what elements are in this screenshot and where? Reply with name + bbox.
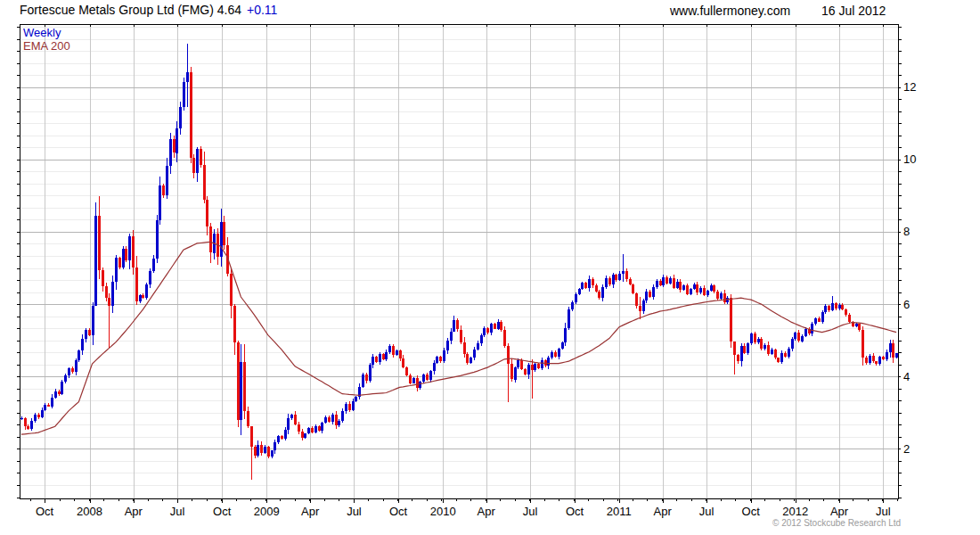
candle (190, 67, 192, 163)
candle (652, 284, 655, 300)
candle (203, 152, 206, 204)
candle (514, 366, 517, 383)
candle (848, 313, 851, 324)
candle (743, 343, 746, 354)
candle (186, 44, 189, 107)
candle (216, 228, 219, 265)
candle (639, 297, 641, 319)
candle (230, 268, 233, 318)
candle (362, 373, 364, 388)
candle (632, 284, 634, 295)
x-axis-label: Apr (301, 505, 320, 518)
candle (34, 413, 37, 423)
candle (713, 284, 715, 293)
x-axis-label: Jul (523, 505, 538, 518)
candle (869, 354, 871, 365)
candle (818, 317, 821, 322)
candle (156, 215, 159, 263)
candle (274, 440, 276, 454)
candle (510, 358, 513, 382)
candle (622, 254, 625, 282)
candle (561, 342, 564, 350)
x-axis-label: Apr (830, 505, 849, 518)
candle (878, 356, 881, 366)
candle (693, 283, 696, 290)
x-axis-label: 2008 (77, 505, 102, 518)
candle (460, 325, 462, 345)
candle (777, 358, 780, 363)
candle (477, 341, 479, 350)
candle (379, 352, 381, 364)
candle (243, 344, 246, 419)
candle (396, 350, 398, 356)
axis-ticks (17, 24, 902, 503)
candle (716, 290, 719, 300)
x-axis-label: 2009 (254, 505, 280, 518)
grid-minor (20, 28, 898, 498)
candle (81, 334, 84, 356)
candle (845, 309, 847, 316)
candle (405, 366, 408, 377)
candle (872, 353, 875, 363)
candle (858, 324, 861, 332)
candle (568, 307, 570, 330)
candle (527, 363, 530, 379)
candle (37, 413, 40, 419)
y-axis-label: 10 (903, 152, 916, 166)
candle (824, 304, 827, 314)
candle (429, 370, 432, 383)
candle (490, 323, 493, 334)
candle (828, 305, 830, 312)
candle (645, 289, 648, 303)
candle (173, 136, 176, 159)
y-axis-label: 4 (903, 370, 910, 383)
candle (814, 317, 817, 325)
candle (760, 337, 763, 350)
price-chart: 24681012Oct2008AprJulOct2009AprJulOct201… (0, 0, 980, 535)
candle (551, 350, 553, 359)
candle (791, 337, 794, 351)
candle (382, 353, 385, 360)
candle (169, 133, 172, 174)
candle (328, 416, 331, 423)
candle (419, 381, 421, 390)
candle (369, 363, 372, 383)
candle (115, 255, 118, 290)
candle (767, 342, 770, 357)
candle (470, 357, 472, 364)
candle (649, 290, 651, 298)
candle (439, 356, 442, 364)
x-axis-label: Oct (36, 505, 54, 518)
candle (47, 403, 50, 407)
candle (125, 246, 127, 262)
candle (392, 344, 395, 358)
candle (797, 330, 800, 343)
candle (290, 414, 293, 420)
candle (750, 333, 753, 345)
candle (703, 285, 706, 296)
candles-group (20, 44, 898, 480)
candle (503, 326, 506, 348)
candle (284, 427, 287, 441)
candle (754, 332, 756, 344)
candle (254, 445, 257, 458)
candle (483, 326, 486, 337)
y-axis-label: 12 (903, 80, 916, 94)
candle (480, 333, 483, 347)
candle (375, 356, 378, 364)
candle (642, 299, 645, 314)
chart-legend: Weekly EMA 200 (23, 26, 70, 53)
candle (764, 343, 766, 350)
candle (659, 279, 662, 287)
candle (757, 337, 760, 344)
candle (466, 352, 469, 365)
copyright-notice: © 2012 Stockcube Research Ltd (772, 518, 901, 528)
candle (318, 425, 321, 432)
candle (301, 429, 304, 440)
y-axis-label: 6 (903, 298, 910, 311)
candle (456, 318, 459, 332)
candle (287, 414, 290, 434)
candle (889, 340, 892, 358)
candle (233, 304, 236, 355)
candle (41, 407, 44, 418)
